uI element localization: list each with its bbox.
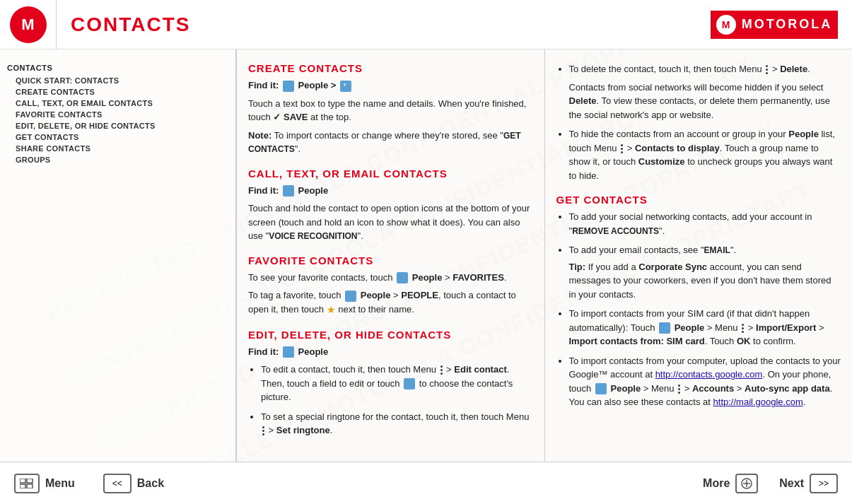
customize-bold: Customize (638, 156, 685, 167)
people-icon-7 (595, 383, 607, 394)
next-arrows-text: >> (819, 479, 829, 488)
sidebar: CONTACTS QUICK START: CONTACTS CREATE CO… (0, 49, 237, 462)
delete-bold: Delete (780, 64, 807, 74)
voice-recognition-text: VOICE RECOGNITION (269, 231, 357, 241)
footer-right: More Next >> (703, 474, 838, 493)
remove-accounts-link[interactable]: REMOVE ACCOUNTS (572, 226, 659, 236)
create-contacts-heading: CREATE CONTACTS (248, 62, 533, 74)
svg-rect-3 (27, 484, 33, 488)
sidebar-item-create-contacts[interactable]: CREATE CONTACTS (7, 86, 228, 98)
people-text-1: People > (298, 80, 339, 90)
favorites-text: FAVORITES (453, 272, 504, 283)
next-button[interactable]: Next >> (779, 474, 838, 493)
ok-bold: OK (737, 336, 751, 346)
menu-button[interactable]: Menu (14, 474, 75, 493)
people-text-2: People (298, 185, 329, 196)
menu-dots-icon-4 (621, 144, 623, 153)
favorite-contacts-body2: To tag a favorite, touch People > PEOPLE… (248, 288, 533, 317)
favorite-contacts-heading: FAVORITE CONTACTS (248, 254, 533, 266)
save-text: ✓ SAVE (273, 112, 308, 122)
call-text-findit: Find it: People (248, 184, 533, 198)
page-title: CONTACTS (71, 13, 190, 35)
brand-circle-icon: M (716, 15, 736, 35)
ringtone-bullet: To set a special ringtone for the contac… (261, 410, 533, 438)
get-contacts-link[interactable]: GET CONTACTS (248, 131, 521, 155)
menu-icon (14, 474, 40, 493)
people-bold: People (788, 129, 819, 139)
content-area: CREATE CONTACTS Find it: People > + Touc… (237, 49, 852, 462)
back-label[interactable]: Back (137, 477, 164, 490)
footer: Menu << Back More Next >> (0, 462, 852, 504)
import-export-bold: Import/Export (756, 322, 816, 333)
people-icon-4 (345, 291, 356, 302)
brand-name-text: MOTOROLA (742, 17, 833, 32)
person-silhouette-icon (404, 378, 415, 389)
header-logo-area: M (0, 0, 57, 49)
hide-contact-bullet: To hide the contacts from an account or … (569, 127, 841, 182)
menu-dots-icon-5 (742, 324, 744, 333)
auto-sync-bold: Auto-sync app data (745, 383, 830, 394)
computer-import-bullet: To import contacts from your computer, u… (569, 354, 841, 409)
more-label[interactable]: More (703, 477, 730, 490)
find-it-label-3: Find it: (248, 346, 279, 357)
contacts-to-display-bold: Contacts to display (635, 143, 720, 153)
menu-grid-icon (20, 479, 34, 488)
create-contacts-findit: Find it: People > + (248, 78, 533, 93)
sidebar-item-get-contacts[interactable]: GET CONTACTS (7, 131, 228, 143)
google-contacts-link[interactable]: http://contacts.google.com (655, 369, 763, 380)
next-label[interactable]: Next (779, 477, 804, 490)
header: M CONTACTS M MOTOROLA (0, 0, 852, 49)
menu-dots-icon-2 (262, 426, 264, 435)
star-icon: ★ (327, 304, 336, 315)
people-icon-5 (283, 346, 294, 358)
social-networking-bullet: To add your social networking contacts, … (569, 210, 841, 238)
tip-label: Tip: (569, 262, 586, 272)
sidebar-item-quick-start[interactable]: QUICK START: CONTACTS (7, 75, 228, 86)
email-link[interactable]: EMAIL (704, 245, 730, 255)
next-icon: >> (810, 474, 838, 493)
menu-dots-icon-3 (766, 65, 768, 74)
sidebar-item-call-text-email[interactable]: CALL, TEXT, OR EMAIL CONTACTS (7, 98, 228, 109)
more-circle-icon (740, 477, 753, 490)
find-it-label-2: Find it: (248, 185, 279, 196)
back-arrows-text: << (112, 479, 122, 488)
accounts-bold: Accounts (692, 383, 734, 394)
col-right: To delete the contact, touch it, then to… (545, 49, 853, 462)
main-layout: CONTACTS QUICK START: CONTACTS CREATE CO… (0, 49, 852, 462)
back-button[interactable]: << Back (103, 474, 164, 493)
corporate-sync-bold: Corporate Sync (638, 262, 707, 272)
email-contacts-bullet: To add your email contacts, see "EMAIL".… (569, 243, 841, 301)
get-contacts-heading: GET CONTACTS (556, 194, 841, 206)
create-contacts-note: Note: To import contacts or change where… (248, 129, 533, 156)
menu-label[interactable]: Menu (45, 477, 75, 490)
motorola-m-icon: M (21, 16, 34, 34)
svg-rect-1 (27, 479, 33, 483)
get-contacts-bullets: To add your social networking contacts, … (556, 210, 841, 409)
delete-select-bold: Delete (569, 95, 597, 106)
people-label-text: PEOPLE (401, 290, 438, 300)
edit-delete-findit: Find it: People (248, 345, 533, 359)
more-button[interactable]: More (703, 474, 758, 493)
sidebar-item-groups[interactable]: GROUPS (7, 154, 228, 165)
sidebar-item-edit-delete-hide[interactable]: EDIT, DELETE, OR HIDE CONTACTS (7, 120, 228, 131)
import-sim-bold: Import contacts from: SIM card (569, 336, 705, 346)
header-title-area: CONTACTS (57, 13, 711, 36)
people-icon-1 (283, 81, 294, 92)
sidebar-item-share-contacts[interactable]: SHARE CONTACTS (7, 143, 228, 154)
brand-logo-bar: M MOTOROLA (711, 11, 838, 39)
delete-contact-bullet: To delete the contact, touch it, then to… (569, 62, 841, 122)
people-bold-sim: People (675, 322, 705, 333)
delete-body-text: Contacts from social networks will becom… (569, 81, 841, 122)
back-icon: << (103, 474, 132, 493)
edit-delete-bullets: To edit a contact, touch it, then touch … (248, 363, 533, 438)
note-label: Note: (248, 130, 272, 141)
sidebar-section-title: CONTACTS (7, 64, 228, 72)
sim-import-bullet: To import contacts from your SIM card (i… (569, 307, 841, 348)
right-bullets-top: To delete the contact, touch it, then to… (556, 62, 841, 182)
people-text-5: People (298, 346, 329, 357)
add-person-icon: + (340, 81, 351, 92)
more-icon (735, 474, 758, 493)
brand-m-icon: M (722, 19, 730, 30)
sidebar-item-favorite-contacts[interactable]: FAVORITE CONTACTS (7, 109, 228, 120)
gmail-link[interactable]: http://mail.google.com (713, 397, 803, 407)
